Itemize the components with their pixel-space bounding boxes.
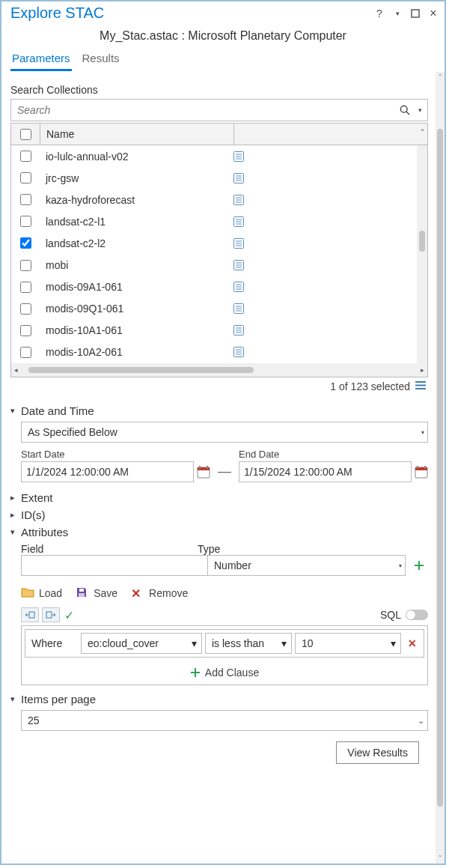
check-icon[interactable]: ✓ <box>64 608 74 622</box>
help-icon[interactable]: ? <box>373 7 386 20</box>
chevron-down-icon: ⌄ <box>418 716 424 726</box>
attribute-field-input[interactable] <box>21 555 207 576</box>
attributes-header[interactable]: ▾ Attributes <box>10 526 428 538</box>
svg-rect-58 <box>29 612 34 618</box>
title-bar: Explore STAC ? ▾ × <box>1 1 445 22</box>
row-checkbox[interactable] <box>20 303 31 315</box>
remove-clause-icon[interactable]: ✕ <box>404 637 421 649</box>
close-icon[interactable]: × <box>427 7 440 20</box>
start-date-input[interactable]: 1/1/2024 12:00:00 AM <box>21 461 194 482</box>
column-header-name[interactable]: Name <box>40 124 234 145</box>
subtitle: My_Stac.astac : Microsoft Planetary Comp… <box>1 29 445 43</box>
svg-line-2 <box>406 112 409 115</box>
horizontal-scrollbar[interactable]: ◂▸ <box>11 363 427 377</box>
sql-toggle[interactable] <box>406 610 428 620</box>
extent-header[interactable]: ▸ Extent <box>10 491 428 504</box>
clause-operator-dropdown[interactable]: is less than▾ <box>205 633 292 654</box>
properties-icon[interactable] <box>233 259 245 271</box>
view-results-button[interactable]: View Results <box>336 741 419 764</box>
chevron-down-icon: ▾ <box>10 527 21 537</box>
indent-right-button[interactable] <box>42 607 60 622</box>
search-collections-input[interactable]: ▾ <box>10 99 428 121</box>
properties-icon[interactable] <box>233 346 245 358</box>
chevron-right-icon: ▸ <box>10 510 21 520</box>
svg-rect-53 <box>424 466 426 469</box>
table-row[interactable]: modis-09Q1-061 <box>11 298 427 320</box>
table-row[interactable]: modis-09A1-061 <box>11 276 427 298</box>
row-checkbox[interactable] <box>20 151 31 162</box>
properties-icon[interactable] <box>233 303 245 315</box>
properties-icon[interactable] <box>233 194 245 206</box>
selection-status: 1 of 123 selected <box>330 380 410 392</box>
row-checkbox[interactable] <box>20 237 31 249</box>
chevron-down-icon[interactable]: ▾ <box>412 103 427 118</box>
chevron-down-icon: ▾ <box>421 429 424 436</box>
properties-icon[interactable] <box>233 281 245 293</box>
svg-rect-48 <box>199 466 201 469</box>
select-all-checkbox[interactable] <box>20 129 31 140</box>
row-checkbox[interactable] <box>20 347 31 358</box>
search-input[interactable] <box>11 100 397 121</box>
remove-button[interactable]: ✕ Remove <box>131 586 188 600</box>
clause-value-dropdown[interactable]: 10▾ <box>295 633 401 654</box>
clause-where: Where <box>28 634 78 653</box>
load-button[interactable]: Load <box>21 586 62 600</box>
tab-parameters[interactable]: Parameters <box>10 52 72 71</box>
collection-name: kaza-hydroforecast <box>40 194 233 206</box>
save-button[interactable]: Save <box>76 586 117 600</box>
table-row[interactable]: modis-10A2-061 <box>11 342 427 363</box>
collection-name: landsat-c2-l2 <box>40 237 233 249</box>
properties-icon[interactable] <box>233 324 245 336</box>
chevron-right-icon: ▸ <box>10 493 21 503</box>
plus-icon[interactable] <box>410 556 428 574</box>
row-checkbox[interactable] <box>20 325 31 336</box>
table-row[interactable]: landsat-c2-l1 <box>11 210 427 232</box>
date-time-header[interactable]: ▾ Date and Time <box>10 404 428 417</box>
maximize-icon[interactable] <box>409 7 422 20</box>
field-label: Field <box>21 543 198 555</box>
dropdown-icon[interactable]: ▾ <box>391 7 404 20</box>
table-row[interactable]: landsat-c2-l2 <box>11 232 427 254</box>
collection-name: modis-10A1-061 <box>40 324 233 336</box>
table-row[interactable]: jrc-gsw <box>11 167 427 189</box>
properties-icon[interactable] <box>233 216 245 228</box>
svg-point-1 <box>400 106 407 112</box>
table-row[interactable]: modis-10A1-061 <box>11 320 427 342</box>
row-checkbox[interactable] <box>20 172 31 183</box>
calendar-icon[interactable] <box>197 465 210 479</box>
panel-scrollbar[interactable]: ˄ ˅ <box>436 72 445 864</box>
ids-header[interactable]: ▸ ID(s) <box>10 509 428 521</box>
chevron-up-icon[interactable]: ˄ <box>421 128 424 136</box>
svg-rect-0 <box>412 10 419 17</box>
table-row[interactable]: io-lulc-annual-v02 <box>11 145 427 167</box>
add-clause-button[interactable]: Add Clause <box>25 667 424 679</box>
items-per-page-header[interactable]: ▾ Items per page <box>10 693 428 705</box>
end-date-input[interactable]: 1/15/2024 12:00:00 AM <box>239 461 412 482</box>
list-icon[interactable] <box>415 380 427 392</box>
date-mode-dropdown[interactable]: As Specified Below ▾ <box>21 422 428 443</box>
chevron-down-icon: ▾ <box>10 694 21 704</box>
end-date-label: End Date <box>239 449 428 460</box>
row-checkbox[interactable] <box>20 216 31 227</box>
vertical-scrollbar[interactable] <box>417 145 427 363</box>
row-checkbox[interactable] <box>20 194 31 205</box>
row-checkbox[interactable] <box>20 282 31 293</box>
tab-results[interactable]: Results <box>81 52 121 71</box>
query-clause: Where eo:cloud_cover▾ is less than▾ 10▾ … <box>25 629 424 658</box>
query-builder: Where eo:cloud_cover▾ is less than▾ 10▾ … <box>21 625 428 685</box>
calendar-icon[interactable] <box>415 465 428 479</box>
clause-field-dropdown[interactable]: eo:cloud_cover▾ <box>81 633 202 654</box>
items-per-page-dropdown[interactable]: 25 ⌄ <box>21 710 428 731</box>
attribute-type-dropdown[interactable]: Number ▾ <box>207 555 406 576</box>
search-icon[interactable] <box>397 103 412 118</box>
properties-icon[interactable] <box>233 172 245 184</box>
indent-left-button[interactable] <box>21 607 39 622</box>
properties-icon[interactable] <box>233 237 245 249</box>
table-row[interactable]: kaza-hydroforecast <box>11 189 427 210</box>
properties-icon[interactable] <box>233 151 245 163</box>
floppy-icon <box>76 586 89 600</box>
sql-label: SQL <box>380 609 401 621</box>
table-row[interactable]: mobi <box>11 254 427 276</box>
row-checkbox[interactable] <box>20 260 31 271</box>
tab-bar: Parameters Results <box>1 52 445 72</box>
